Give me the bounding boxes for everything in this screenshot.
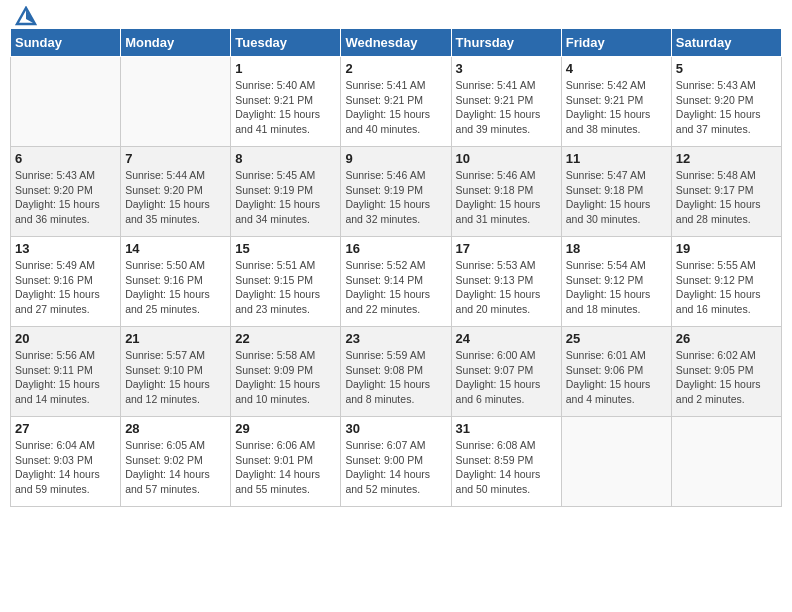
day-number: 9	[345, 151, 446, 166]
day-info: Sunrise: 5:57 AM Sunset: 9:10 PM Dayligh…	[125, 348, 226, 407]
day-number: 21	[125, 331, 226, 346]
day-number: 27	[15, 421, 116, 436]
day-number: 14	[125, 241, 226, 256]
day-info: Sunrise: 5:46 AM Sunset: 9:18 PM Dayligh…	[456, 168, 557, 227]
page-header	[10, 10, 782, 22]
day-info: Sunrise: 5:46 AM Sunset: 9:19 PM Dayligh…	[345, 168, 446, 227]
calendar-cell	[671, 417, 781, 507]
day-info: Sunrise: 5:43 AM Sunset: 9:20 PM Dayligh…	[676, 78, 777, 137]
logo-arrow-icon	[15, 6, 37, 26]
day-info: Sunrise: 5:53 AM Sunset: 9:13 PM Dayligh…	[456, 258, 557, 317]
day-number: 22	[235, 331, 336, 346]
day-number: 7	[125, 151, 226, 166]
calendar-cell	[121, 57, 231, 147]
calendar-week-row: 27Sunrise: 6:04 AM Sunset: 9:03 PM Dayli…	[11, 417, 782, 507]
day-info: Sunrise: 5:56 AM Sunset: 9:11 PM Dayligh…	[15, 348, 116, 407]
calendar-cell: 15Sunrise: 5:51 AM Sunset: 9:15 PM Dayli…	[231, 237, 341, 327]
day-number: 23	[345, 331, 446, 346]
calendar-cell: 9Sunrise: 5:46 AM Sunset: 9:19 PM Daylig…	[341, 147, 451, 237]
calendar-cell: 13Sunrise: 5:49 AM Sunset: 9:16 PM Dayli…	[11, 237, 121, 327]
day-info: Sunrise: 5:55 AM Sunset: 9:12 PM Dayligh…	[676, 258, 777, 317]
day-header-tuesday: Tuesday	[231, 29, 341, 57]
day-info: Sunrise: 6:04 AM Sunset: 9:03 PM Dayligh…	[15, 438, 116, 497]
calendar-cell: 6Sunrise: 5:43 AM Sunset: 9:20 PM Daylig…	[11, 147, 121, 237]
day-number: 26	[676, 331, 777, 346]
calendar-week-row: 20Sunrise: 5:56 AM Sunset: 9:11 PM Dayli…	[11, 327, 782, 417]
calendar-cell: 20Sunrise: 5:56 AM Sunset: 9:11 PM Dayli…	[11, 327, 121, 417]
day-header-saturday: Saturday	[671, 29, 781, 57]
calendar-cell: 1Sunrise: 5:40 AM Sunset: 9:21 PM Daylig…	[231, 57, 341, 147]
day-number: 4	[566, 61, 667, 76]
calendar-cell: 26Sunrise: 6:02 AM Sunset: 9:05 PM Dayli…	[671, 327, 781, 417]
day-number: 18	[566, 241, 667, 256]
calendar-cell: 3Sunrise: 5:41 AM Sunset: 9:21 PM Daylig…	[451, 57, 561, 147]
day-info: Sunrise: 5:41 AM Sunset: 9:21 PM Dayligh…	[345, 78, 446, 137]
day-info: Sunrise: 5:51 AM Sunset: 9:15 PM Dayligh…	[235, 258, 336, 317]
calendar-cell: 8Sunrise: 5:45 AM Sunset: 9:19 PM Daylig…	[231, 147, 341, 237]
calendar-cell: 21Sunrise: 5:57 AM Sunset: 9:10 PM Dayli…	[121, 327, 231, 417]
day-info: Sunrise: 5:52 AM Sunset: 9:14 PM Dayligh…	[345, 258, 446, 317]
calendar-week-row: 1Sunrise: 5:40 AM Sunset: 9:21 PM Daylig…	[11, 57, 782, 147]
day-number: 12	[676, 151, 777, 166]
day-number: 19	[676, 241, 777, 256]
day-info: Sunrise: 5:40 AM Sunset: 9:21 PM Dayligh…	[235, 78, 336, 137]
calendar-cell: 24Sunrise: 6:00 AM Sunset: 9:07 PM Dayli…	[451, 327, 561, 417]
calendar-cell: 10Sunrise: 5:46 AM Sunset: 9:18 PM Dayli…	[451, 147, 561, 237]
calendar-cell: 5Sunrise: 5:43 AM Sunset: 9:20 PM Daylig…	[671, 57, 781, 147]
calendar-cell: 18Sunrise: 5:54 AM Sunset: 9:12 PM Dayli…	[561, 237, 671, 327]
calendar-cell: 17Sunrise: 5:53 AM Sunset: 9:13 PM Dayli…	[451, 237, 561, 327]
day-number: 8	[235, 151, 336, 166]
calendar-cell: 31Sunrise: 6:08 AM Sunset: 8:59 PM Dayli…	[451, 417, 561, 507]
day-number: 24	[456, 331, 557, 346]
calendar-cell: 22Sunrise: 5:58 AM Sunset: 9:09 PM Dayli…	[231, 327, 341, 417]
day-number: 25	[566, 331, 667, 346]
calendar-cell: 7Sunrise: 5:44 AM Sunset: 9:20 PM Daylig…	[121, 147, 231, 237]
day-info: Sunrise: 6:00 AM Sunset: 9:07 PM Dayligh…	[456, 348, 557, 407]
day-info: Sunrise: 5:48 AM Sunset: 9:17 PM Dayligh…	[676, 168, 777, 227]
calendar-body: 1Sunrise: 5:40 AM Sunset: 9:21 PM Daylig…	[11, 57, 782, 507]
day-info: Sunrise: 6:05 AM Sunset: 9:02 PM Dayligh…	[125, 438, 226, 497]
day-info: Sunrise: 5:59 AM Sunset: 9:08 PM Dayligh…	[345, 348, 446, 407]
day-number: 10	[456, 151, 557, 166]
calendar-table: SundayMondayTuesdayWednesdayThursdayFrid…	[10, 28, 782, 507]
calendar-cell: 23Sunrise: 5:59 AM Sunset: 9:08 PM Dayli…	[341, 327, 451, 417]
calendar-cell	[561, 417, 671, 507]
day-number: 2	[345, 61, 446, 76]
calendar-cell: 29Sunrise: 6:06 AM Sunset: 9:01 PM Dayli…	[231, 417, 341, 507]
calendar-week-row: 13Sunrise: 5:49 AM Sunset: 9:16 PM Dayli…	[11, 237, 782, 327]
calendar-cell: 2Sunrise: 5:41 AM Sunset: 9:21 PM Daylig…	[341, 57, 451, 147]
day-info: Sunrise: 5:44 AM Sunset: 9:20 PM Dayligh…	[125, 168, 226, 227]
calendar-cell: 30Sunrise: 6:07 AM Sunset: 9:00 PM Dayli…	[341, 417, 451, 507]
day-number: 31	[456, 421, 557, 436]
calendar-cell: 28Sunrise: 6:05 AM Sunset: 9:02 PM Dayli…	[121, 417, 231, 507]
day-info: Sunrise: 6:01 AM Sunset: 9:06 PM Dayligh…	[566, 348, 667, 407]
day-info: Sunrise: 5:47 AM Sunset: 9:18 PM Dayligh…	[566, 168, 667, 227]
day-number: 13	[15, 241, 116, 256]
day-info: Sunrise: 5:49 AM Sunset: 9:16 PM Dayligh…	[15, 258, 116, 317]
day-number: 5	[676, 61, 777, 76]
calendar-cell: 16Sunrise: 5:52 AM Sunset: 9:14 PM Dayli…	[341, 237, 451, 327]
day-info: Sunrise: 6:08 AM Sunset: 8:59 PM Dayligh…	[456, 438, 557, 497]
calendar-cell	[11, 57, 121, 147]
day-info: Sunrise: 5:41 AM Sunset: 9:21 PM Dayligh…	[456, 78, 557, 137]
day-info: Sunrise: 6:06 AM Sunset: 9:01 PM Dayligh…	[235, 438, 336, 497]
day-number: 15	[235, 241, 336, 256]
day-number: 20	[15, 331, 116, 346]
day-number: 17	[456, 241, 557, 256]
day-header-sunday: Sunday	[11, 29, 121, 57]
day-number: 28	[125, 421, 226, 436]
day-info: Sunrise: 6:02 AM Sunset: 9:05 PM Dayligh…	[676, 348, 777, 407]
calendar-cell: 14Sunrise: 5:50 AM Sunset: 9:16 PM Dayli…	[121, 237, 231, 327]
day-info: Sunrise: 5:43 AM Sunset: 9:20 PM Dayligh…	[15, 168, 116, 227]
day-info: Sunrise: 5:50 AM Sunset: 9:16 PM Dayligh…	[125, 258, 226, 317]
day-info: Sunrise: 5:42 AM Sunset: 9:21 PM Dayligh…	[566, 78, 667, 137]
day-header-thursday: Thursday	[451, 29, 561, 57]
day-header-monday: Monday	[121, 29, 231, 57]
calendar-cell: 25Sunrise: 6:01 AM Sunset: 9:06 PM Dayli…	[561, 327, 671, 417]
day-number: 29	[235, 421, 336, 436]
day-header-friday: Friday	[561, 29, 671, 57]
calendar-header-row: SundayMondayTuesdayWednesdayThursdayFrid…	[11, 29, 782, 57]
calendar-cell: 27Sunrise: 6:04 AM Sunset: 9:03 PM Dayli…	[11, 417, 121, 507]
calendar-cell: 4Sunrise: 5:42 AM Sunset: 9:21 PM Daylig…	[561, 57, 671, 147]
calendar-cell: 11Sunrise: 5:47 AM Sunset: 9:18 PM Dayli…	[561, 147, 671, 237]
